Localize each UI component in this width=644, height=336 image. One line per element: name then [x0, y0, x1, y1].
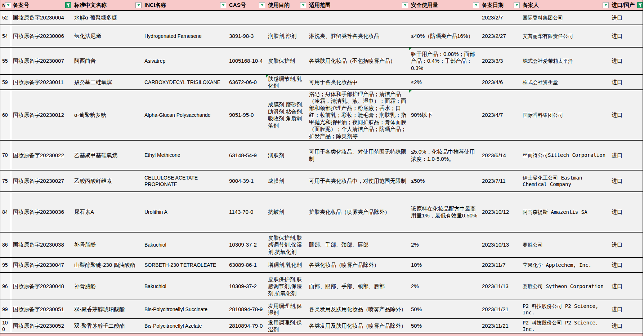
cell-inci[interactable]: SORBETH-230 TETRAOLEATE	[143, 258, 227, 272]
cell-scope[interactable]: 面部、眼部、手部、颈部、唇部	[307, 273, 409, 300]
cell-date[interactable]: 2023/7/11	[480, 171, 521, 191]
filter-dropdown-icon[interactable]	[603, 2, 609, 8]
cell-reg_no[interactable]: 国妆原备字20230036	[11, 192, 72, 232]
cell-safety[interactable]: 躯干用产品：0.08%；面部产品：0.4%；手部产品：0.3%	[409, 48, 480, 74]
filter-funnel-icon[interactable]	[65, 2, 71, 8]
cell-safety[interactable]: ≤50%	[409, 171, 480, 191]
cell-cas[interactable]: 1143-70-0	[227, 192, 266, 232]
cell-origin[interactable]: 进口	[610, 192, 643, 232]
cell-inci[interactable]: CARBOXYDECYL TRISILOXANE	[143, 75, 227, 89]
filter-dropdown-icon[interactable]	[259, 2, 265, 8]
cell-registrant[interactable]: P2 科技股份公司 P2 Science, Inc.	[521, 319, 610, 333]
cell-cn_name[interactable]: 双-聚香茅醇壬二酸酯	[72, 319, 143, 333]
cell-reg_no[interactable]: 国妆原备字20230007	[11, 48, 72, 74]
cell-scope[interactable]: 各类发用及肤用化妆品（喷雾产品除外）	[307, 300, 409, 318]
cell-cas[interactable]: 63148-54-9	[227, 141, 266, 170]
cell-reg_no[interactable]: 国妆原备字20230004	[11, 11, 72, 25]
cell-safety[interactable]: 90%以下	[409, 90, 480, 140]
cell-inci[interactable]: Asivatrep	[143, 48, 227, 74]
column-header-cn_name[interactable]: 标准中文名称	[72, 0, 143, 10]
cell-scope[interactable]: 眼部、手部、颈部、唇部	[307, 233, 409, 257]
cell-safety[interactable]: 2%	[409, 273, 480, 300]
cell-scope[interactable]: 淋洗类、驻留类等各类化妆品	[307, 25, 409, 47]
cell-origin[interactable]: 进口	[610, 319, 643, 333]
cell-cn_name[interactable]: 乙基聚甲基硅氧烷	[72, 141, 143, 170]
cell-cn_name[interactable]: 氢化法尼烯	[72, 25, 143, 47]
column-header-cas[interactable]: CAS号	[227, 0, 266, 10]
cell-cn_name[interactable]: 羧癸基三硅氧烷	[72, 75, 143, 89]
cell-date[interactable]: 2023/4/7	[480, 90, 521, 140]
cell-registrant[interactable]: 苹果化学 Applechem, Inc.	[521, 258, 610, 272]
column-header-scope[interactable]: 适用范围	[307, 0, 409, 10]
cell-origin[interactable]: 进口	[610, 141, 643, 170]
cell-cas[interactable]: 10309-37-2	[227, 273, 266, 300]
cell-scope[interactable]: 可用于各类化妆品中	[307, 75, 409, 89]
filter-dropdown-icon[interactable]	[135, 2, 142, 8]
cell-purpose[interactable]	[266, 11, 307, 25]
cell-inci[interactable]: Hydrogenated Farnesene	[143, 25, 227, 47]
cell-registrant[interactable]: 赛胜公司 Sytheon Corporation	[521, 273, 610, 300]
cell-no[interactable]: 86	[0, 233, 11, 257]
cell-cas[interactable]: 10309-37-2	[227, 233, 266, 257]
cell-date[interactable]: 2023/10/13	[480, 233, 521, 257]
cell-safety[interactable]: ≤40%（防晒类产品16%）	[409, 25, 480, 47]
cell-inci[interactable]: Alpha-Glucan Polysaccharide	[143, 90, 227, 140]
cell-cas[interactable]: 63089-86-1	[227, 258, 266, 272]
cell-no[interactable]: 96	[0, 273, 11, 300]
cell-reg_no[interactable]: 国妆原备字20230038	[11, 233, 72, 257]
cell-date[interactable]: 2023/4/6	[480, 75, 521, 89]
cell-inci[interactable]: Bis-Polycitronellyl Azelate	[143, 319, 227, 333]
cell-reg_no[interactable]: 国妆原备字20230006	[11, 25, 72, 47]
column-header-no[interactable]: N	[0, 0, 11, 10]
cell-registrant[interactable]: 伊士曼化工公司 Eastman Chemical Company	[521, 171, 610, 191]
cell-date[interactable]: 2023/6/14	[480, 141, 521, 170]
cell-scope[interactable]	[307, 11, 409, 25]
cell-origin[interactable]: 进口	[610, 25, 643, 47]
filter-funnel-icon[interactable]	[637, 2, 643, 8]
cell-origin[interactable]: 进口	[610, 90, 643, 140]
cell-no[interactable]: 52	[0, 11, 11, 25]
cell-cas[interactable]: 1005168-10-4	[227, 48, 266, 74]
cell-date[interactable]: 2023/11/21	[480, 319, 521, 333]
cell-no[interactable]: 54	[0, 25, 11, 47]
cell-origin[interactable]: 进口	[610, 300, 643, 318]
cell-cas[interactable]: 9051-95-0	[227, 90, 266, 140]
column-header-origin[interactable]: 进口/国产	[610, 0, 643, 10]
cell-inci[interactable]: Bis-Polycitronellyl Succinate	[143, 300, 227, 318]
cell-date[interactable]: 2023/11/21	[480, 300, 521, 318]
cell-no[interactable]: 60	[0, 90, 11, 140]
cell-reg_no[interactable]: 国妆原备字20230011	[11, 75, 72, 89]
cell-cn_name[interactable]: 阿西曲普	[72, 48, 143, 74]
cell-cn_name[interactable]: α-葡聚糖多糖	[72, 90, 143, 140]
cell-registrant[interactable]: P2 科技股份公司 P2 Science, Inc.	[521, 300, 610, 318]
cell-cas[interactable]: 2810894-78-9	[227, 300, 266, 318]
cell-cas[interactable]: 9004-39-1	[227, 171, 266, 191]
cell-purpose[interactable]: 肤感调节剂,乳化剂	[266, 75, 307, 89]
cell-inci[interactable]: Ethyl Methicone	[143, 141, 227, 170]
cell-scope[interactable]: 各类发用及肤用化妆品（喷雾产品除外）	[307, 319, 409, 333]
cell-cn_name[interactable]: 补骨脂酚	[72, 233, 143, 257]
cell-origin[interactable]: 进口	[610, 48, 643, 74]
cell-safety[interactable]: ≤2%	[409, 75, 480, 89]
cell-reg_no[interactable]: 国妆原备字20230012	[11, 90, 72, 140]
cell-origin[interactable]: 进口	[610, 75, 643, 89]
cell-reg_no[interactable]: 国妆原备字20230052	[11, 319, 72, 333]
column-header-purpose[interactable]: 使用目的	[266, 0, 307, 10]
cell-scope[interactable]: 护肤类化妆品（喷雾类产品除外）	[307, 192, 409, 232]
cell-origin[interactable]: 进口	[610, 171, 643, 191]
cell-cn_name[interactable]: 补骨脂酚	[72, 273, 143, 300]
cell-date[interactable]: 2023/2/7	[480, 11, 521, 25]
cell-no[interactable]: 59	[0, 75, 11, 89]
cell-origin[interactable]: 进口	[610, 233, 643, 257]
cell-safety[interactable]	[409, 11, 480, 25]
cell-cas[interactable]	[227, 11, 266, 25]
filter-dropdown-icon[interactable]	[5, 2, 11, 8]
cell-date[interactable]: 2023/11/7	[480, 258, 521, 272]
column-header-registrant[interactable]: 备案人	[521, 0, 610, 10]
cell-no[interactable]: 100	[0, 319, 11, 333]
cell-registrant[interactable]: 阿马森提斯 Amazentis SA	[521, 192, 610, 232]
cell-cn_name[interactable]: 乙酸丙酸纤维素	[72, 171, 143, 191]
cell-purpose[interactable]: 成膜剂,磨砂剂,助滑剂,粘合剂,吸收剂,角质剥落剂	[266, 90, 307, 140]
cell-cn_name[interactable]: 水解α-葡聚糖多糖	[72, 11, 143, 25]
cell-registrant[interactable]: 国际香料集团公司	[521, 11, 610, 25]
